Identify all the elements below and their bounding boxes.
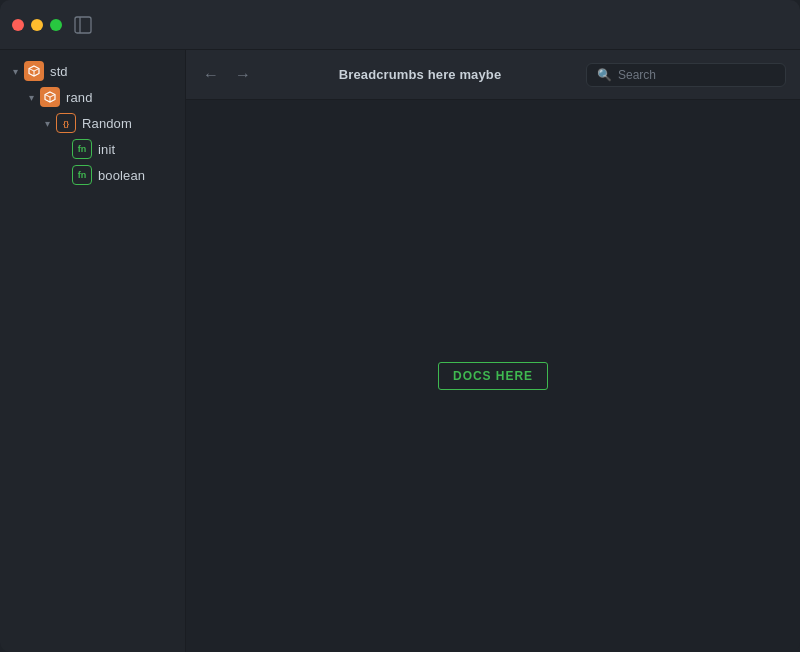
sidebar-item-label: rand <box>66 90 93 105</box>
sidebar: std rand {} Random <box>0 50 185 652</box>
content-area: ← → Breadcrumbs here maybe 🔍 DOCS HERE <box>185 50 800 652</box>
sidebar-item-label: std <box>50 64 68 79</box>
chevron-icon <box>40 116 54 130</box>
sidebar-item-std[interactable]: std <box>0 58 185 84</box>
sidebar-item-init[interactable]: fn init <box>0 136 185 162</box>
back-button[interactable]: ← <box>200 64 222 86</box>
sidebar-item-label: boolean <box>98 168 145 183</box>
svg-line-7 <box>45 95 50 98</box>
svg-line-4 <box>34 69 39 72</box>
search-box: 🔍 <box>586 63 786 87</box>
minimize-button[interactable] <box>31 19 43 31</box>
sidebar-item-label: Random <box>82 116 132 131</box>
app-window: std rand {} Random <box>0 0 800 652</box>
svg-line-3 <box>29 69 34 72</box>
traffic-lights <box>12 19 62 31</box>
svg-rect-0 <box>75 17 91 33</box>
chevron-icon <box>8 64 22 78</box>
sidebar-item-boolean[interactable]: fn boolean <box>0 162 185 188</box>
search-input[interactable] <box>618 68 768 82</box>
svg-line-8 <box>50 95 55 98</box>
titlebar <box>0 0 800 50</box>
sidebar-item-random[interactable]: {} Random <box>0 110 185 136</box>
docs-placeholder: DOCS HERE <box>438 362 548 390</box>
sidebar-toggle-button[interactable] <box>74 16 92 34</box>
package-icon <box>40 87 60 107</box>
sidebar-item-rand[interactable]: rand <box>0 84 185 110</box>
package-icon <box>24 61 44 81</box>
breadcrumb: Breadcrumbs here maybe <box>264 67 576 82</box>
chevron-icon <box>24 90 38 104</box>
fn-icon: fn <box>72 165 92 185</box>
docs-area: DOCS HERE <box>186 100 800 652</box>
forward-button[interactable]: → <box>232 64 254 86</box>
sidebar-item-label: init <box>98 142 115 157</box>
struct-icon: {} <box>56 113 76 133</box>
fn-icon: fn <box>72 139 92 159</box>
main-layout: std rand {} Random <box>0 50 800 652</box>
maximize-button[interactable] <box>50 19 62 31</box>
close-button[interactable] <box>12 19 24 31</box>
content-toolbar: ← → Breadcrumbs here maybe 🔍 <box>186 50 800 100</box>
search-icon: 🔍 <box>597 68 612 82</box>
